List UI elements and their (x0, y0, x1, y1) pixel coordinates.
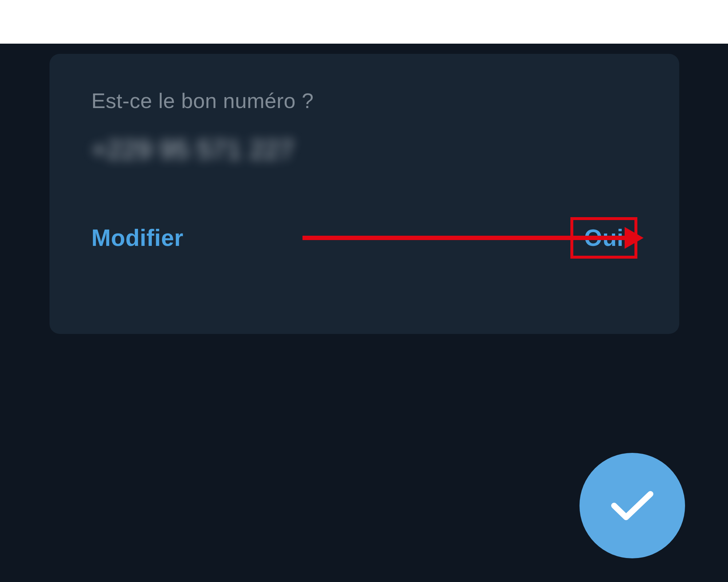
checkmark-icon (609, 487, 656, 524)
annotation-arrow-head (625, 227, 644, 249)
phone-number-display: +229 95 571 227 (91, 135, 637, 164)
edit-button[interactable]: Modifier (91, 224, 183, 251)
dialog-actions: Modifier Oui (91, 217, 637, 259)
annotation-arrow-line (302, 236, 630, 240)
confirmation-dialog: Est-ce le bon numéro ? +229 95 571 227 M… (50, 54, 679, 334)
app-background: Est-ce le bon numéro ? +229 95 571 227 M… (0, 44, 728, 582)
submit-fab-button[interactable] (579, 453, 685, 558)
dialog-title: Est-ce le bon numéro ? (91, 88, 637, 113)
